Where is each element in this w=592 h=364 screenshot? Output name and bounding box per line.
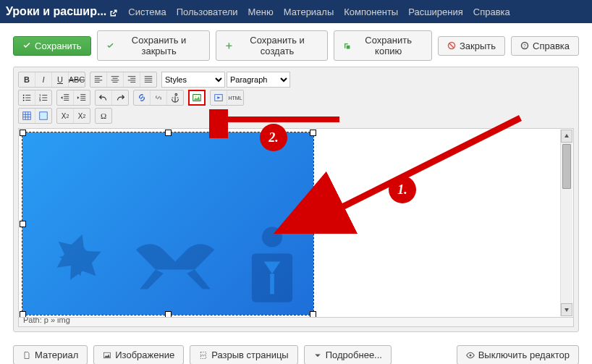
editor-content-area[interactable] bbox=[18, 128, 574, 318]
svg-rect-13 bbox=[40, 112, 48, 120]
plus-icon bbox=[225, 41, 233, 50]
strike-button[interactable]: ABC bbox=[69, 72, 85, 87]
menu-components[interactable]: Компоненты bbox=[344, 7, 398, 17]
close-button[interactable]: Закрыть bbox=[438, 36, 505, 56]
toggle-label: Выключить редактор bbox=[478, 350, 570, 360]
editor-toolbar-row2: 123 HTML bbox=[18, 90, 574, 106]
menu-extensions[interactable]: Расширения bbox=[408, 7, 463, 17]
redo-button[interactable] bbox=[112, 90, 128, 105]
align-justify-button[interactable] bbox=[140, 72, 156, 87]
svg-text:3: 3 bbox=[39, 98, 41, 102]
table-button[interactable] bbox=[19, 109, 35, 123]
image-icon bbox=[103, 351, 111, 360]
resize-handle-bl[interactable] bbox=[20, 311, 26, 318]
numbered-list-button[interactable]: 123 bbox=[35, 90, 51, 105]
selected-image[interactable] bbox=[22, 132, 314, 316]
specialchar-button[interactable]: Ω bbox=[96, 109, 111, 123]
page-title: Уроки и расшир... bbox=[6, 5, 118, 18]
menu-content[interactable]: Материалы bbox=[284, 7, 334, 17]
save-copy-label: Сохранить копию bbox=[354, 35, 423, 56]
resize-handle-bm[interactable] bbox=[165, 311, 172, 318]
underline-button[interactable]: U bbox=[52, 72, 69, 87]
save-close-label: Сохранить и закрыть bbox=[117, 35, 200, 56]
close-label: Закрыть bbox=[460, 41, 496, 51]
svg-point-5 bbox=[23, 100, 25, 101]
scroll-thumb[interactable] bbox=[562, 144, 571, 189]
insert-material-button[interactable]: Материал bbox=[13, 345, 88, 364]
html-button[interactable]: HTML bbox=[227, 90, 243, 105]
bold-button[interactable]: B bbox=[19, 72, 35, 87]
resize-handle-tr[interactable] bbox=[310, 130, 316, 136]
richtext-editor: B I U ABC Styles Paragraph 123 bbox=[13, 67, 579, 332]
align-center-button[interactable] bbox=[107, 72, 124, 87]
svg-point-20 bbox=[469, 354, 471, 356]
resize-handle-ml[interactable] bbox=[20, 221, 26, 227]
save-button[interactable]: Сохранить bbox=[13, 36, 91, 56]
external-link-icon bbox=[109, 7, 118, 16]
page-title-text: Уроки и расшир... bbox=[6, 5, 106, 18]
svg-rect-12 bbox=[23, 112, 31, 120]
menu-help[interactable]: Справка bbox=[473, 7, 510, 17]
indent-button[interactable] bbox=[74, 90, 90, 105]
save-new-label: Сохранить и создать bbox=[237, 35, 318, 56]
chevron-down-icon bbox=[313, 351, 322, 360]
vertical-scrollbar[interactable] bbox=[560, 130, 572, 316]
resize-handle-br[interactable] bbox=[310, 311, 316, 318]
save-new-button[interactable]: Сохранить и создать bbox=[216, 30, 328, 61]
svg-rect-16 bbox=[270, 274, 274, 294]
menu-users[interactable]: Пользователи bbox=[177, 7, 238, 17]
help-label: Справка bbox=[533, 41, 570, 51]
save-close-button[interactable]: Сохранить и закрыть bbox=[97, 30, 210, 61]
resize-handle-tm[interactable] bbox=[165, 130, 172, 136]
check-icon bbox=[106, 41, 114, 50]
menu-system[interactable]: Система bbox=[128, 7, 166, 17]
copy-icon bbox=[343, 41, 351, 50]
anchor-button[interactable] bbox=[167, 90, 183, 105]
toggle-editor-button[interactable]: Выключить редактор bbox=[457, 345, 579, 364]
bullet-list-button[interactable] bbox=[19, 90, 35, 105]
editor-toolbar-row1: B I U ABC Styles Paragraph bbox=[18, 72, 574, 88]
svg-point-4 bbox=[23, 97, 25, 98]
readmore-button[interactable]: Подробнее... bbox=[304, 345, 392, 364]
scroll-down-button[interactable] bbox=[561, 303, 572, 316]
align-left-button[interactable] bbox=[90, 72, 107, 87]
check-icon bbox=[22, 41, 31, 50]
pagebreak-icon bbox=[199, 351, 208, 360]
admin-topbar: Уроки и расшир... Система Пользователи М… bbox=[0, 0, 592, 23]
annotation-badge-2: 2. bbox=[260, 124, 287, 151]
cancel-icon bbox=[447, 41, 456, 50]
image-label: Изображение bbox=[115, 350, 174, 360]
save-copy-button[interactable]: Сохранить копию bbox=[334, 30, 432, 61]
unlink-button[interactable] bbox=[151, 90, 167, 105]
table-props-button[interactable] bbox=[35, 109, 51, 123]
pagebreak-label: Разрыв страницы bbox=[211, 350, 289, 360]
help-button[interactable]: ? Справка bbox=[511, 36, 579, 56]
resize-handle-tl[interactable] bbox=[20, 130, 26, 136]
annotation-badge-1: 1. bbox=[389, 176, 416, 203]
readmore-label: Подробнее... bbox=[326, 350, 382, 360]
image-graphics bbox=[22, 222, 313, 309]
scroll-up-button[interactable] bbox=[561, 130, 572, 143]
link-button[interactable] bbox=[134, 90, 151, 105]
outdent-button[interactable] bbox=[57, 90, 74, 105]
insert-image-button[interactable] bbox=[189, 90, 205, 105]
save-label: Сохранить bbox=[35, 41, 82, 51]
menu-menus[interactable]: Меню bbox=[248, 7, 274, 17]
svg-point-10 bbox=[195, 96, 196, 97]
media-button[interactable] bbox=[211, 90, 227, 105]
styles-select[interactable]: Styles bbox=[161, 72, 225, 88]
undo-button[interactable] bbox=[96, 90, 112, 105]
insert-image2-button[interactable]: Изображение bbox=[93, 345, 184, 364]
pagebreak-button[interactable]: Разрыв страницы bbox=[190, 345, 298, 364]
align-right-button[interactable] bbox=[124, 72, 140, 87]
italic-button[interactable]: I bbox=[35, 72, 52, 87]
eye-icon bbox=[466, 351, 475, 360]
svg-point-14 bbox=[262, 227, 282, 247]
format-select[interactable]: Paragraph bbox=[227, 72, 290, 88]
superscript-button[interactable]: X2 bbox=[74, 109, 90, 123]
subscript-button[interactable]: X2 bbox=[57, 109, 74, 123]
editor-toolbar-row3: X2 X2 Ω bbox=[18, 108, 574, 124]
svg-text:?: ? bbox=[523, 43, 526, 48]
resize-handle-mr[interactable] bbox=[310, 221, 316, 227]
svg-point-3 bbox=[23, 95, 25, 96]
